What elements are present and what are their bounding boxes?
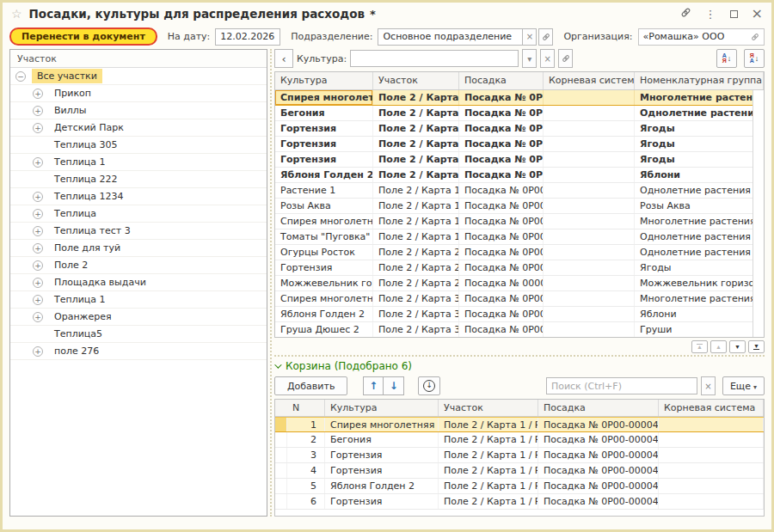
plantings-row[interactable]: Яблоня Голден 2 Поле 2 / Карта 1 / Ряд 2… xyxy=(275,168,764,183)
tree-item[interactable]: + Теплица 1 xyxy=(10,154,267,171)
transfer-to-document-button[interactable]: Перенести в документ xyxy=(9,28,157,46)
sort-ascending-button[interactable]: АЯ ↓ xyxy=(716,49,737,68)
tree-expander-icon[interactable]: + xyxy=(33,157,43,168)
culture-filter-input[interactable] xyxy=(350,50,519,67)
cart-search-input[interactable] xyxy=(546,377,697,394)
more-actions-button[interactable]: Еще▾ xyxy=(722,376,765,395)
cell-planting: Посадка № 0Р00-0000… xyxy=(459,260,544,275)
culture-clear-icon[interactable]: × xyxy=(540,49,555,68)
close-icon[interactable]: × xyxy=(752,7,763,21)
favorite-star-icon[interactable]: ☆ xyxy=(11,7,22,21)
tree-expander-icon[interactable]: + xyxy=(33,106,43,116)
plantings-row[interactable]: Розы Аква Поле 2 / Карта 1 / Ряд 3 Посад… xyxy=(275,199,764,214)
tree-item[interactable]: + Теплица xyxy=(10,205,267,223)
plantings-row[interactable]: Огурцы Росток Поле 2 / Карта 2 / Ряд 5 П… xyxy=(275,245,764,260)
column-header-culture[interactable]: Культура xyxy=(275,72,373,89)
column-header-root-system[interactable]: Корневая система ↓ xyxy=(544,72,635,89)
cart-column-header-plot[interactable]: Участок xyxy=(439,400,538,416)
tree-expander-icon[interactable]: + xyxy=(33,346,43,357)
plantings-row[interactable]: Гортензия Поле 2 / Карта 1 / Ряд 1 Посад… xyxy=(275,121,764,137)
tree-item[interactable]: + Прикоп xyxy=(10,85,267,102)
culture-link-icon[interactable] xyxy=(558,49,573,68)
tree-item[interactable]: + Теплица 1 xyxy=(10,291,267,309)
department-clear-icon[interactable]: × xyxy=(522,28,537,46)
plantings-row[interactable]: Бегония Поле 2 / Карта 1 / Ряд 1 Посадка… xyxy=(275,106,764,121)
row-marker xyxy=(275,494,287,509)
move-row-down-button[interactable]: ↓ xyxy=(384,376,404,395)
tree-expander-icon[interactable]: + xyxy=(33,209,43,219)
search-clear-icon[interactable]: × xyxy=(701,376,716,395)
sort-descending-button[interactable]: ЯА ↓ xyxy=(744,49,765,68)
cart-column-header-root-system[interactable]: Корневая система xyxy=(659,400,764,416)
cart-row[interactable]: 4 Гортензия Поле 2 / Карта 1 / Ряд 2 Пос… xyxy=(275,463,764,479)
tree-item[interactable]: + Виллы xyxy=(10,102,267,119)
tree-item[interactable]: + Теплица тест 3 xyxy=(10,223,267,240)
go-to-top-button[interactable]: ▲ xyxy=(691,340,708,353)
tree-expander-icon[interactable]: + xyxy=(33,192,43,202)
tree-item[interactable]: Теплица5 xyxy=(10,326,267,343)
tree-item[interactable]: Теплица 222 xyxy=(10,171,267,188)
maximize-icon[interactable] xyxy=(730,10,738,18)
cart-section-toggle[interactable]: Корзина (Подобрано 6) xyxy=(274,358,412,374)
department-input[interactable] xyxy=(378,28,522,46)
column-header-plot[interactable]: Участок xyxy=(373,72,459,89)
move-up-button[interactable]: ▲ xyxy=(710,340,727,353)
tree-expander-icon[interactable]: + xyxy=(33,312,43,322)
plantings-row[interactable]: Яблоня Голден 2 Поле 2 / Карта 3 / Ряд 1… xyxy=(275,307,764,322)
cart-row[interactable]: 2 Бегония Поле 2 / Карта 1 / Ряд 1 Посад… xyxy=(275,432,764,448)
date-input[interactable] xyxy=(215,28,280,46)
cart-row[interactable]: 6 Гортензия Поле 2 / Карта 1 / Ряд 2 Пос… xyxy=(275,494,764,510)
tree-item[interactable]: + Теплица 1234 xyxy=(10,188,267,205)
culture-dropdown-icon[interactable]: ▾ xyxy=(522,49,537,68)
back-button[interactable]: ‹ xyxy=(274,49,293,68)
cart-row[interactable]: 1 Спирея многолетняя Поле 2 / Карта 1 / … xyxy=(275,417,764,432)
tree-expander-icon[interactable]: + xyxy=(33,123,43,133)
move-down-button[interactable]: ▼ xyxy=(729,340,746,353)
go-to-bottom-button[interactable]: ▼ xyxy=(748,340,765,353)
cart-column-header-culture[interactable]: Культура xyxy=(325,400,439,416)
cell-nomenclature-group: Ягоды xyxy=(635,121,764,136)
organization-field[interactable]: «Ромашка» ООО xyxy=(638,28,765,46)
plantings-row[interactable]: Растение 1 Поле 2 / Карта 1 / Ряд 2 Поса… xyxy=(275,183,764,199)
tree-item[interactable]: Теплица 305 xyxy=(10,137,267,154)
plantings-row[interactable]: Томаты "Пуговка" Росток Поле 2 / Карта 1… xyxy=(275,229,764,245)
cart-column-header-n[interactable]: N xyxy=(287,400,325,416)
plantings-row[interactable]: Гортензия Поле 2 / Карта 1 / Ряд 2 Посад… xyxy=(275,152,764,168)
link-icon[interactable] xyxy=(680,7,691,21)
cart-row[interactable]: 5 Яблоня Голден 2 Поле 2 / Карта 1 / Ряд… xyxy=(275,479,764,494)
tree-expander-icon[interactable]: + xyxy=(33,278,43,288)
vertical-scrollbar[interactable] xyxy=(752,90,764,337)
more-menu-icon[interactable]: ⋮ xyxy=(705,9,716,20)
tree-expander-icon[interactable]: + xyxy=(33,226,43,236)
tree-item[interactable]: + Поле 2 xyxy=(10,257,267,274)
plantings-row[interactable]: Спирея многолетняя Поле 2 / Карта 1 / Ря… xyxy=(275,90,764,106)
tree-item[interactable]: + Оранжерея xyxy=(10,309,267,326)
tree-item[interactable]: − Все участки xyxy=(10,68,267,85)
plantings-row[interactable]: Спирея многолетняя Поле 2 / Карта 1 / Ря… xyxy=(275,214,764,229)
tree-expander-icon[interactable]: + xyxy=(33,295,43,305)
tree-item[interactable]: + поле 276 xyxy=(10,343,267,360)
column-header-nomenclature-group[interactable]: Номенклатурная группа xyxy=(635,72,764,89)
tree-expander-icon[interactable]: − xyxy=(15,71,26,82)
column-header-planting[interactable]: Посадка xyxy=(459,72,544,89)
department-link-icon[interactable] xyxy=(538,28,553,46)
plantings-row[interactable]: Гортензия Поле 2 / Карта 1 / Ряд 2 Посад… xyxy=(275,137,764,152)
plantings-row[interactable]: Спирея многолетняя Поле 2 / Карта 3 / Ря… xyxy=(275,291,764,307)
plot-column-header[interactable]: Участок xyxy=(10,50,267,68)
tree-item[interactable]: + Детский Парк xyxy=(10,119,267,137)
cart-column-header-planting[interactable]: Посадка xyxy=(538,400,659,416)
plantings-row[interactable]: Можжевельник горизонтал… Поле 2 / Карта … xyxy=(275,276,764,291)
tree-expander-icon[interactable]: + xyxy=(33,260,43,271)
horizontal-splitter[interactable] xyxy=(274,355,765,357)
tree-item[interactable]: + Поле для туй xyxy=(10,240,267,257)
add-button[interactable]: Добавить xyxy=(274,376,347,395)
tree-expander-icon[interactable]: + xyxy=(33,89,43,99)
tree-item[interactable]: + Площадка выдачи xyxy=(10,274,267,291)
tree-expander-icon[interactable]: + xyxy=(33,243,43,254)
move-row-up-button[interactable]: ↑ xyxy=(363,376,384,395)
cart-row[interactable]: 3 Гортензия Поле 2 / Карта 1 / Ряд 1 Пос… xyxy=(275,448,764,463)
finish-selection-button[interactable]: ↓ xyxy=(418,376,440,395)
plantings-row[interactable]: Груша Дюшес 2 Поле 2 / Карта 3 / Ряд 11 … xyxy=(275,322,764,338)
plantings-row[interactable]: Гортензия Поле 2 / Карта 2 / Ряд 6 Посад… xyxy=(275,260,764,276)
tree-item-label: Оранжерея xyxy=(49,309,117,324)
